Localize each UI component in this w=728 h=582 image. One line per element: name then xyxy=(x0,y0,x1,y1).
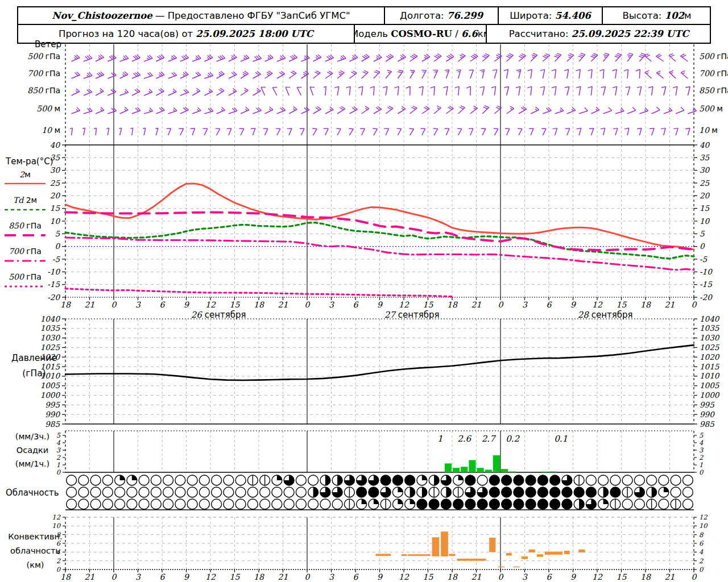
svg-text:21: 21 xyxy=(665,572,675,581)
cloud-row-3 xyxy=(67,499,693,509)
svg-text:9: 9 xyxy=(570,572,576,581)
wind-row-10м xyxy=(70,128,690,135)
svg-text:1040: 1040 xyxy=(40,314,61,323)
svg-text:Td 2м: Td 2м xyxy=(13,196,37,205)
svg-text:18: 18 xyxy=(254,572,264,581)
svg-text:12: 12 xyxy=(52,513,60,521)
svg-text:15: 15 xyxy=(423,572,434,581)
meteogram-page: Nov_Chistoozernoe — Предоставлено ФГБУ "… xyxy=(0,0,728,582)
svg-text:850 гПа: 850 гПа xyxy=(9,221,42,230)
svg-text:10: 10 xyxy=(52,522,61,530)
svg-text:1035: 1035 xyxy=(700,323,720,332)
temperature-legend: 2мTd 2м850 гПа700 гПа500 гПа xyxy=(5,170,46,286)
svg-text:990: 990 xyxy=(700,410,715,419)
x-axis-labels: 1818212100336699121215151818212100336699… xyxy=(60,297,697,581)
svg-text:3: 3 xyxy=(329,300,334,309)
svg-text:26 сентября: 26 сентября xyxy=(191,310,246,320)
svg-text:1035: 1035 xyxy=(40,323,61,332)
svg-text:5: 5 xyxy=(700,229,705,238)
svg-text:15: 15 xyxy=(50,203,61,213)
svg-text:(мм/1ч.): (мм/1ч.) xyxy=(15,459,49,468)
svg-text:0: 0 xyxy=(699,468,704,476)
svg-text:6: 6 xyxy=(353,300,359,309)
svg-text:995: 995 xyxy=(700,400,715,409)
svg-text:Тем-ра(°C): Тем-ра(°C) xyxy=(5,156,53,167)
svg-text:0: 0 xyxy=(305,300,311,309)
svg-text:18: 18 xyxy=(254,300,264,309)
svg-text:5: 5 xyxy=(56,431,61,439)
svg-text:2м: 2м xyxy=(19,170,30,179)
svg-text:1025: 1025 xyxy=(700,343,720,352)
svg-text:985: 985 xyxy=(700,419,715,429)
svg-text:21: 21 xyxy=(278,572,288,581)
svg-text:10 м: 10 м xyxy=(699,126,718,135)
svg-text:15: 15 xyxy=(230,300,241,309)
svg-text:0: 0 xyxy=(305,572,311,581)
svg-text:3: 3 xyxy=(522,300,528,309)
svg-text:18: 18 xyxy=(640,300,651,309)
svg-text:500 гПа: 500 гПа xyxy=(27,52,60,61)
svg-text:0: 0 xyxy=(699,566,704,573)
svg-text:20: 20 xyxy=(700,191,710,200)
svg-text:1: 1 xyxy=(699,461,703,469)
svg-text:9: 9 xyxy=(184,572,189,581)
svg-text:15: 15 xyxy=(617,572,627,581)
svg-text:3: 3 xyxy=(522,572,528,581)
svg-text:28 сентября: 28 сентября xyxy=(578,310,633,320)
svg-text:9: 9 xyxy=(184,300,189,309)
svg-text:40: 40 xyxy=(700,140,710,149)
svg-text:6: 6 xyxy=(547,300,552,309)
svg-text:995: 995 xyxy=(45,400,60,409)
svg-text:850 гПа: 850 гПа xyxy=(699,86,728,95)
precipitation-bars: 12.62.70.20.1 xyxy=(437,434,568,472)
svg-text:21: 21 xyxy=(471,572,482,581)
svg-text:850 гПа: 850 гПа xyxy=(27,86,60,95)
svg-text:0: 0 xyxy=(692,300,697,309)
svg-text:0: 0 xyxy=(498,300,504,309)
wind-row-500м xyxy=(72,106,697,114)
svg-text:40: 40 xyxy=(50,140,61,149)
svg-text:Облачность: Облачность xyxy=(6,488,59,498)
svg-text:21: 21 xyxy=(278,300,288,309)
svg-text:2: 2 xyxy=(56,454,61,462)
svg-text:1040: 1040 xyxy=(700,314,720,323)
svg-text:Конвективн.: Конвективн. xyxy=(8,532,62,541)
svg-text:0.1: 0.1 xyxy=(554,434,568,444)
svg-text:10: 10 xyxy=(699,522,708,530)
cloud-row-1 xyxy=(67,475,693,485)
svg-text:-5: -5 xyxy=(52,255,61,264)
svg-text:30: 30 xyxy=(700,165,710,174)
svg-text:15: 15 xyxy=(423,300,434,309)
svg-text:1: 1 xyxy=(437,434,443,444)
svg-text:700 гПа: 700 гПа xyxy=(27,69,60,78)
svg-text:25: 25 xyxy=(700,178,710,188)
svg-text:-5: -5 xyxy=(700,255,708,264)
svg-text:0: 0 xyxy=(56,468,61,476)
svg-text:3: 3 xyxy=(135,300,141,309)
wind-barbs-layer xyxy=(70,53,696,135)
svg-text:1025: 1025 xyxy=(40,343,61,352)
convective-bars xyxy=(375,531,585,567)
svg-text:2.6: 2.6 xyxy=(457,434,471,444)
svg-text:2: 2 xyxy=(699,454,704,462)
svg-text:985: 985 xyxy=(45,419,60,429)
svg-text:1030: 1030 xyxy=(700,333,720,342)
svg-text:30: 30 xyxy=(50,165,61,174)
svg-text:500 гПа: 500 гПа xyxy=(9,272,42,281)
cloudiness-rows xyxy=(67,475,693,509)
svg-text:-10: -10 xyxy=(47,267,60,276)
svg-text:25: 25 xyxy=(50,178,61,188)
svg-text:0: 0 xyxy=(111,572,117,581)
svg-text:(гПа): (гПа) xyxy=(22,368,46,379)
svg-text:18: 18 xyxy=(60,300,71,309)
svg-text:(км): (км) xyxy=(26,560,44,569)
svg-text:0: 0 xyxy=(111,300,117,309)
svg-text:1010: 1010 xyxy=(700,371,720,380)
svg-text:8: 8 xyxy=(699,531,704,539)
svg-text:700 гПа: 700 гПа xyxy=(699,69,728,78)
svg-text:21: 21 xyxy=(665,300,675,309)
svg-text:0.2: 0.2 xyxy=(506,434,520,444)
svg-text:9: 9 xyxy=(377,300,383,309)
svg-text:1020: 1020 xyxy=(700,352,720,361)
svg-text:6: 6 xyxy=(160,300,166,309)
